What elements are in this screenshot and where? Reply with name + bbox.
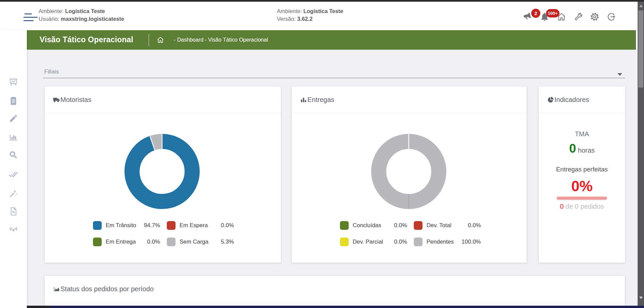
user-line: Usuário: maxstring.logisticateste: [39, 15, 124, 23]
legend-label: Dev. Total: [427, 221, 451, 230]
arrow-up-icon: [639, 5, 643, 7]
area-chart-icon: [53, 286, 60, 293]
card-header: Indicadores: [539, 87, 625, 113]
arrow-down-icon: [639, 297, 643, 299]
legend-value: 0.0%: [384, 221, 407, 230]
status-pedidos-card: Status dos pedidos por período: [45, 276, 625, 306]
app-window: Ambiente: Logística Teste Usuário: maxst…: [0, 0, 644, 308]
scroll-up-button[interactable]: [638, 2, 644, 9]
breadcrumb-home-icon[interactable]: [156, 36, 164, 44]
legend-swatch: [340, 238, 349, 246]
legend-item[interactable]: Sem Carga 5.3%: [167, 237, 234, 247]
legend-item[interactable]: Em Trânsito 94.7%: [93, 221, 160, 230]
legend-swatch: [340, 221, 349, 230]
status-card-title: Status dos pedidos por período: [53, 276, 154, 302]
legend-value: 0.0%: [384, 237, 407, 247]
legend-value: 94.7%: [137, 221, 160, 230]
chevron-down-icon[interactable]: [617, 73, 622, 76]
app-header: Ambiente: Logística Teste Usuário: maxst…: [0, 2, 644, 30]
motoristas-card: Motoristas Em Trânsito 94.7% Em Espera 0…: [45, 87, 281, 263]
page-titlebar: Visão Tático Operacional - Dashboard - V…: [27, 30, 636, 50]
legend-item[interactable]: Pendentes 100.0%: [414, 237, 481, 247]
legend-value: 5.3%: [210, 237, 234, 247]
card-header: Entregas: [292, 87, 527, 113]
clipboard-icon[interactable]: [0, 95, 27, 107]
legend-label: Em Espera: [180, 221, 208, 230]
presentation-chart-icon[interactable]: [0, 76, 27, 88]
legend-label: Pendentes: [427, 237, 454, 247]
entregas-donut-chart: [371, 134, 447, 209]
antenna-icon[interactable]: [0, 223, 27, 235]
breadcrumb: - Dashboard - Visão Tático Operacional: [174, 37, 268, 43]
environment-version-info: Ambiente: Logística Teste Versão: 3.62.2: [277, 7, 343, 23]
filiais-select-underline[interactable]: [43, 78, 625, 78]
scroll-down-button[interactable]: [638, 294, 644, 301]
perfect-deliveries-value: 0%: [539, 178, 625, 195]
legend-swatch: [93, 221, 102, 230]
entregas-card-title: Entregas: [300, 87, 334, 113]
wrench-icon[interactable]: [573, 12, 583, 22]
motoristas-card-title: Motoristas: [53, 87, 91, 113]
announcements-badge[interactable]: 2: [531, 9, 540, 18]
tma-value: 0 horas: [539, 142, 625, 156]
tma-unit: horas: [576, 147, 595, 154]
vertical-scrollbar[interactable]: [638, 2, 644, 306]
perfect-deliveries-label: Entregas perfeitas: [539, 166, 625, 173]
logout-icon[interactable]: [606, 12, 616, 22]
detail-text: de 0 pedidos: [564, 203, 604, 210]
search-icon[interactable]: [0, 149, 27, 161]
card-header: Status dos pedidos por período: [45, 276, 625, 303]
environment-line: Ambiente: Logística Teste: [39, 7, 124, 15]
version-line: Versão: 3.62.2: [277, 15, 343, 23]
legend-value: 0.0%: [137, 237, 160, 247]
indicadores-card: Indicadores TMA 0 horas Entregas perfeit…: [539, 87, 625, 263]
indicadores-card-title: Indicadores: [547, 87, 589, 113]
legend-item[interactable]: Em Espera 0.0%: [167, 221, 234, 230]
double-check-icon[interactable]: [0, 168, 27, 181]
titlebar-divider: [149, 34, 149, 46]
page-title: Visão Tático Operacional: [40, 35, 133, 44]
sidebar: [0, 30, 27, 308]
card-header: Motoristas: [45, 87, 281, 113]
notifications-badge[interactable]: 100+: [546, 9, 559, 17]
menu-icon: [24, 13, 32, 14]
gear-icon[interactable]: [590, 12, 600, 22]
entregas-legend: Concluídas 0.0% Dev. Total 0.0% Dev. Par…: [340, 221, 484, 248]
tma-number: 0: [569, 142, 576, 155]
legend-label: Em Trânsito: [106, 221, 136, 230]
truck-icon: [53, 96, 60, 103]
legend-swatch: [167, 221, 176, 230]
legend-swatch: [414, 238, 423, 246]
magic-wand-icon[interactable]: [0, 188, 27, 200]
legend-label: Concluídas: [353, 221, 381, 230]
legend-label: Sem Carga: [180, 237, 208, 247]
legend-label: Dev. Parcial: [353, 237, 383, 247]
filiais-select-label[interactable]: Filiais: [44, 68, 59, 75]
legend-item[interactable]: Dev. Parcial 0.0%: [340, 237, 407, 247]
detail-number: 0: [560, 203, 563, 210]
legend-swatch: [93, 238, 102, 246]
bar-chart-icon[interactable]: [0, 131, 27, 143]
legend-value: 0.0%: [457, 221, 481, 230]
document-icon[interactable]: [0, 205, 27, 217]
environment-user-info: Ambiente: Logística Teste Usuário: maxst…: [39, 7, 124, 23]
legend-item[interactable]: Em Entrega 0.0%: [93, 237, 160, 247]
pie-chart-icon: [547, 96, 554, 103]
tma-label: TMA: [539, 130, 625, 138]
legend-label: Em Entrega: [106, 237, 136, 247]
bottom-edge-strip-right: [50, 306, 644, 308]
menu-toggle-button[interactable]: [23, 13, 38, 22]
pencil-icon[interactable]: [0, 112, 27, 124]
legend-swatch: [414, 221, 423, 230]
column-chart-icon: [300, 96, 307, 103]
motoristas-legend: Em Trânsito 94.7% Em Espera 0.0% Em Entr…: [93, 221, 237, 248]
legend-item[interactable]: Concluídas 0.0%: [340, 221, 407, 230]
legend-value: 100.0%: [457, 237, 481, 247]
main-content: Filiais Motoristas Em Trânsito 94.7%: [27, 50, 638, 306]
scrollbar-thumb[interactable]: [638, 10, 643, 88]
campaign-icon[interactable]: [522, 12, 532, 22]
legend-value: 0.0%: [210, 221, 234, 230]
environment-line: Ambiente: Logística Teste: [277, 7, 343, 15]
perfect-deliveries-progressbar: [557, 197, 607, 200]
legend-item[interactable]: Dev. Total 0.0%: [414, 221, 481, 230]
